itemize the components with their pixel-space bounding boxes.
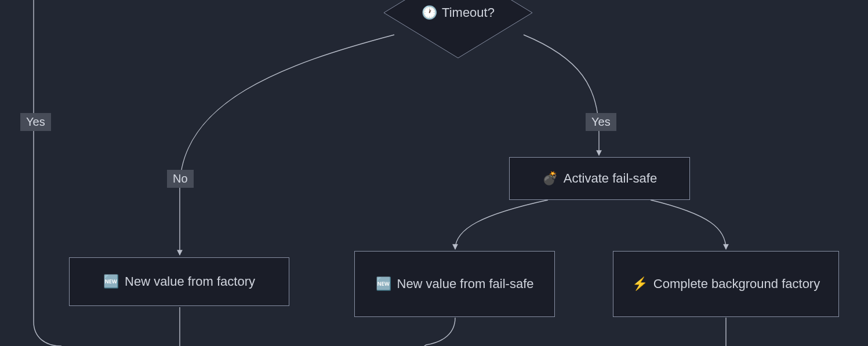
edge-label-no: No — [167, 170, 194, 188]
edge-failsafe-right — [651, 200, 726, 249]
flowchart-canvas: 🕐 Timeout? Yes No Yes 💣 Activate fail-sa… — [0, 0, 868, 346]
node-new-value-factory: 🆕 New value from factory — [69, 257, 289, 306]
new-icon: 🆕 — [103, 275, 119, 288]
edge-timeout-yes — [524, 35, 599, 155]
node-label: Activate fail-safe — [564, 170, 657, 187]
node-label: New value from fail-safe — [397, 276, 534, 293]
edge-failsafe-value-down — [406, 318, 455, 346]
edge-label-yes-left: Yes — [20, 113, 51, 131]
edge-label-yes-right: Yes — [586, 113, 616, 131]
lightning-icon: ⚡ — [632, 278, 648, 290]
svg-marker-0 — [384, 0, 532, 58]
decision-label: Timeout? — [442, 5, 495, 20]
node-complete-bg-factory: ⚡ Complete background factory — [613, 251, 839, 317]
node-activate-failsafe: 💣 Activate fail-safe — [509, 157, 690, 200]
bomb-icon: 💣 — [542, 172, 558, 185]
clock-icon: 🕐 — [422, 5, 437, 20]
decision-timeout: 🕐 Timeout? — [383, 0, 533, 59]
new-icon: 🆕 — [376, 278, 391, 290]
node-new-value-failsafe: 🆕 New value from fail-safe — [354, 251, 555, 317]
node-label: Complete background factory — [653, 276, 820, 293]
node-label: New value from factory — [125, 274, 255, 290]
edge-timeout-no — [180, 35, 394, 255]
edge-failsafe-left — [455, 200, 548, 249]
